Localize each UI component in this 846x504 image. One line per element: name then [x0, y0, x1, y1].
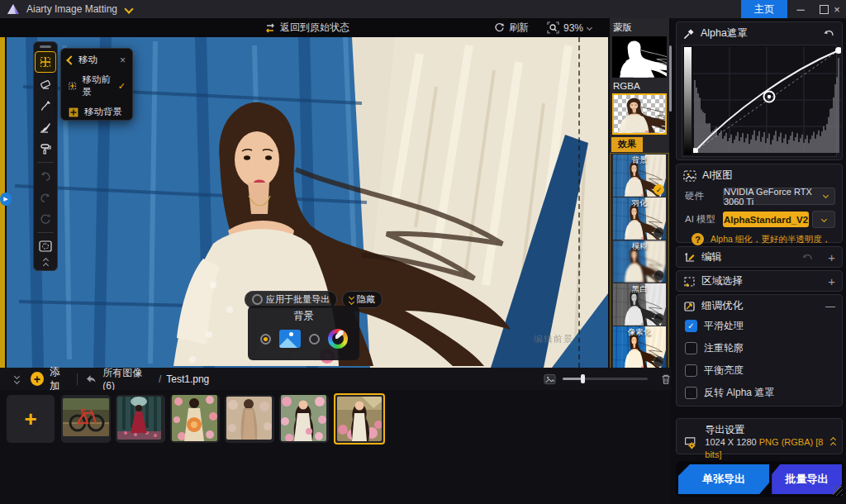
- left-drawer-handle[interactable]: ▶: [0, 193, 12, 206]
- rail-scrollbar[interactable]: [669, 45, 672, 112]
- resize-grip[interactable]: [833, 486, 843, 496]
- add-image-label[interactable]: 添加: [50, 365, 69, 393]
- thumbnail-white-roses[interactable]: [281, 395, 326, 441]
- close-button[interactable]: ×: [826, 0, 846, 18]
- model-help-icon[interactable]: ?: [692, 233, 704, 245]
- popup-close-button[interactable]: ×: [120, 55, 126, 66]
- color-bg-radio[interactable]: [309, 334, 320, 345]
- region-select-section[interactable]: 区域选择 +: [676, 270, 843, 292]
- batch-export-button[interactable]: 批量导出: [772, 464, 842, 494]
- background-popup: 背景: [248, 306, 359, 360]
- home-button[interactable]: 主页: [741, 0, 787, 18]
- breadcrumb-all-images[interactable]: 所有图像 (6): [102, 366, 154, 392]
- option-invert-alpha[interactable]: 反转 Alpha 遮罩: [685, 382, 842, 404]
- thumbnail-bouquet[interactable]: [172, 395, 217, 441]
- option-label: 反转 Alpha 遮罩: [704, 386, 774, 400]
- minimize-button[interactable]: ─: [790, 0, 811, 18]
- move-foreground-item[interactable]: 移动前景 ✓: [68, 74, 126, 98]
- thumbnail-size-slider[interactable]: [563, 378, 648, 380]
- checkbox-icon[interactable]: [685, 364, 697, 377]
- effect-toggle-icon[interactable]: [654, 356, 664, 367]
- app-menu-chevron-icon[interactable]: [124, 4, 133, 13]
- fine-tune-icon: [683, 301, 696, 312]
- layers-rail: 蒙版 RGBA 效果 背景 ✓ 羽化: [610, 18, 669, 368]
- option-balance-brightness[interactable]: 平衡亮度: [685, 359, 842, 382]
- zoom-chevron-icon[interactable]: [587, 25, 592, 31]
- background-popup-title: 背景: [294, 309, 314, 323]
- effects-tab[interactable]: 效果: [611, 137, 643, 152]
- pen-tool-button[interactable]: [36, 96, 55, 116]
- region-expand-button[interactable]: +: [828, 274, 835, 288]
- effect-toggle-icon[interactable]: [654, 227, 664, 238]
- alpha-undo-icon[interactable]: [823, 29, 835, 39]
- alpha-gradient-strip[interactable]: [684, 47, 692, 155]
- effect-blur[interactable]: 模糊: [613, 240, 666, 283]
- option-label: 平衡亮度: [704, 364, 744, 378]
- zoom-control[interactable]: 93%: [547, 18, 592, 37]
- undo-icon: [39, 169, 52, 183]
- back-arrow-icon[interactable]: [86, 374, 96, 383]
- collapse-rail-button[interactable]: [44, 259, 48, 268]
- delete-icon[interactable]: [661, 373, 671, 385]
- hardware-select[interactable]: NVIDIA GeForce RTX 3060 Ti: [723, 188, 835, 205]
- ai-matting-icon: [683, 170, 696, 182]
- reset-original-button[interactable]: 返回到原始状态: [264, 18, 349, 37]
- checkbox-icon[interactable]: [685, 342, 697, 354]
- slider-thumb[interactable]: [581, 374, 585, 383]
- effect-enabled-icon[interactable]: ✓: [654, 184, 664, 195]
- export-collapse-button[interactable]: [831, 438, 835, 447]
- image-bg-radio[interactable]: [260, 334, 271, 345]
- color-picker-icon[interactable]: [328, 329, 348, 349]
- effect-pixelate[interactable]: 像素化: [613, 326, 666, 368]
- mask-thumbnail[interactable]: [612, 36, 667, 78]
- effect-feather[interactable]: 羽化: [613, 197, 666, 240]
- edit-undo-icon[interactable]: [801, 253, 814, 263]
- crop-dash-line[interactable]: [578, 37, 580, 368]
- popup-pointer-icon: [66, 55, 75, 64]
- option-smooth[interactable]: ✓ 平滑处理: [685, 315, 842, 337]
- single-export-button[interactable]: 单张导出: [678, 464, 769, 494]
- effect-toggle-icon[interactable]: [654, 270, 664, 281]
- edit-expand-button[interactable]: +: [828, 250, 835, 264]
- ai-matting-section: AI抠图 硬件 NVIDIA GeForce RTX 3060 Ti AI 模型…: [676, 164, 843, 243]
- move-background-item[interactable]: 移动背景: [68, 106, 126, 118]
- eraser-tool-button[interactable]: [36, 74, 55, 94]
- add-image-button[interactable]: +: [31, 372, 44, 386]
- rgba-thumbnail[interactable]: [612, 93, 667, 135]
- thumbnail-bike[interactable]: [63, 398, 109, 436]
- redo-button[interactable]: [36, 188, 55, 207]
- checkbox-icon[interactable]: [685, 387, 697, 399]
- reset-history-button[interactable]: [36, 209, 55, 229]
- export-settings-section[interactable]: 导出设置 1024 X 1280 PNG (RGBA) [8 bits]: [676, 418, 843, 454]
- edit-section[interactable]: 编辑 +: [676, 246, 843, 268]
- alpha-mask-section: Alpha遮罩: [676, 21, 843, 160]
- effect-background[interactable]: 背景 ✓: [613, 155, 666, 197]
- thumbnail-test1-selected[interactable]: [337, 397, 382, 441]
- move-icon: [39, 55, 52, 69]
- collapse-filmstrip-button[interactable]: [15, 374, 19, 383]
- effect-blackwhite[interactable]: 黑白: [613, 283, 666, 326]
- checkbox-checked-icon[interactable]: ✓: [685, 320, 697, 332]
- move-tool-button[interactable]: [35, 51, 56, 73]
- region-select-icon: [683, 276, 696, 288]
- undo-button[interactable]: [36, 166, 55, 186]
- ai-model-chevron-button[interactable]: [812, 211, 835, 228]
- marquee-tool-button[interactable]: [36, 236, 55, 256]
- effect-toggle-icon[interactable]: [654, 313, 664, 324]
- roller-tool-button[interactable]: [36, 139, 55, 159]
- option-edge-focus[interactable]: 注重轮廓: [685, 337, 842, 359]
- ai-model-select[interactable]: AlphaStandard_V2: [723, 212, 809, 227]
- add-image-tile[interactable]: +: [7, 395, 55, 443]
- thumbnail-red-dress[interactable]: [117, 397, 161, 440]
- effect-caption: 背景: [613, 155, 666, 166]
- alpha-histogram: [693, 47, 841, 153]
- effect-caption: 黑白: [613, 284, 666, 295]
- image-bg-icon[interactable]: [279, 330, 301, 348]
- fine-tune-collapse-button[interactable]: —: [825, 301, 835, 312]
- rail-drag-handle[interactable]: [40, 45, 51, 48]
- thumbnail-size-icon: [544, 373, 556, 385]
- alpha-curve-editor[interactable]: [682, 45, 837, 157]
- thumbnail-sheer-roses[interactable]: [226, 397, 272, 440]
- refresh-button[interactable]: 刷新: [494, 18, 529, 37]
- brush-tool-button[interactable]: [36, 117, 55, 137]
